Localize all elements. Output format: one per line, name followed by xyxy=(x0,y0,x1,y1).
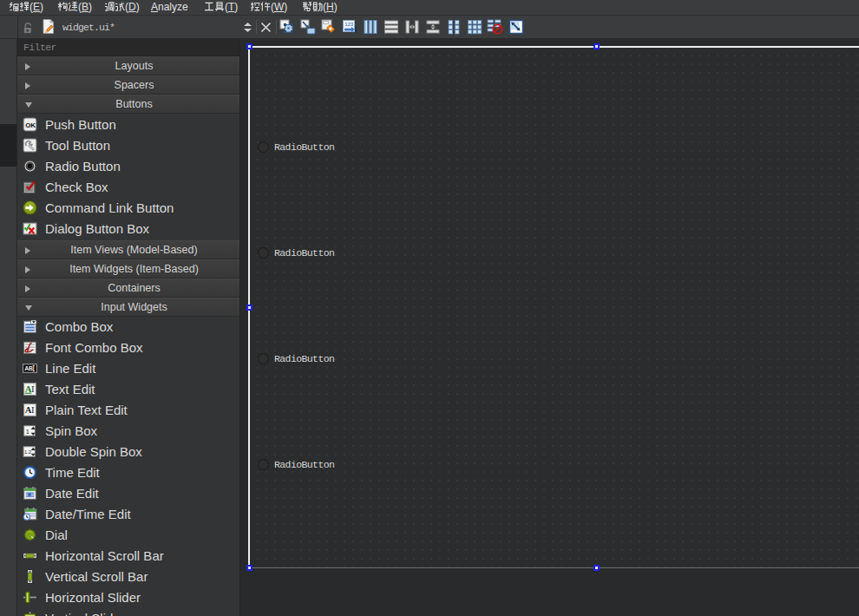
svg-text:1: 1 xyxy=(26,428,30,436)
svg-text:1.2: 1.2 xyxy=(24,449,31,455)
svg-text:I: I xyxy=(31,384,35,394)
svg-text:OK: OK xyxy=(25,121,36,129)
svg-text:AB: AB xyxy=(24,365,33,371)
svg-text:I: I xyxy=(31,405,35,415)
svg-text:123: 123 xyxy=(344,22,354,27)
